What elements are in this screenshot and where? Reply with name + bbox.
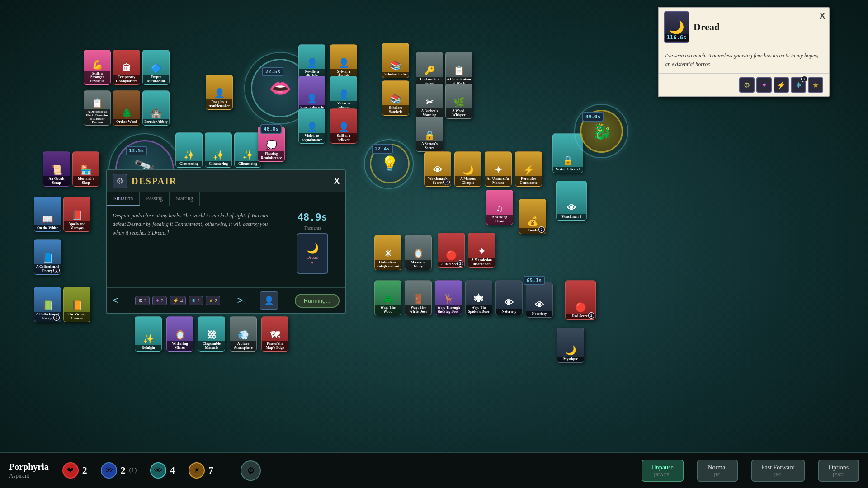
card-sexton-big[interactable]: 🔒 Sexton > Secret xyxy=(552,133,583,173)
funds-stat: ☀ 7 xyxy=(189,462,213,479)
dread-tooltip-title: Dread xyxy=(693,21,720,33)
resource-lightning-count: 4 xyxy=(180,298,183,303)
card-way-stag-door[interactable]: 🦌 Way: Through the Stag Door xyxy=(435,280,462,315)
dread-card-timer: 116.6s xyxy=(665,34,689,41)
card-on-the-white[interactable]: 📖 On the White xyxy=(34,197,61,232)
card-sylvia[interactable]: 👤 Sylvia, a disciple xyxy=(330,44,357,80)
dread-icon-passion-symbol: ✦ xyxy=(761,81,767,89)
card-bitter-atmosphere[interactable]: 💨 A bitter Atmosphere xyxy=(230,316,257,352)
card-megalesian[interactable]: ✦ A Megalesian Incantation xyxy=(468,233,495,268)
card-scholar-latin[interactable]: 📚 Scholar: Latin xyxy=(382,43,409,78)
resource-lightning: ⚡ 4 xyxy=(170,296,186,305)
card-occult-scrap[interactable]: 📜 An Occult Scrap xyxy=(43,151,70,187)
card-way-wood[interactable]: 🌲 Way: The Wood xyxy=(374,280,401,315)
despair-dialog: ⚙ DESPAIR X Situation Passing Starting D… xyxy=(106,169,346,314)
dread-tooltip-header: 🌙 116.6s Dread X xyxy=(659,8,829,47)
card-watchmans-secret[interactable]: 👁 Watchman's Secret 2 xyxy=(424,151,451,187)
card-watchman6[interactable]: 👁 Watchman 6 xyxy=(556,181,587,221)
despair-portrait-slot: 👤 xyxy=(260,291,278,310)
card-scholar-sanskrit[interactable]: 📚 Scholar: Sanskrit xyxy=(382,80,409,116)
despair-card-label: Dread xyxy=(307,254,319,260)
unpause-button[interactable]: Unpause [SPACE] xyxy=(642,460,684,482)
dread-tooltip: 🌙 116.6s Dread X I've seen too much. A n… xyxy=(658,7,830,97)
card-wood-whisper[interactable]: 🌿 A Wood-Whisper xyxy=(445,84,472,119)
reason-value: 4 xyxy=(170,465,175,476)
despair-body: Despair pads close at my heels. The worl… xyxy=(107,206,345,287)
fast-forward-button[interactable]: Fast Forward [M] xyxy=(751,460,805,482)
card-clagsamble[interactable]: ⛓ Clagsamble Manacle xyxy=(198,316,225,352)
despair-resources: ⚙ 2 ✦ 2 ⚡ 4 ❄ 2 ★ 2 xyxy=(135,296,221,305)
despair-next-button[interactable]: > xyxy=(237,295,243,306)
card-notoriety-1[interactable]: 👁 Notoriety xyxy=(495,280,523,315)
tab-situation[interactable]: Situation xyxy=(107,192,140,206)
card-mansus-glimpse[interactable]: 🌙 A Mansus Glimpse xyxy=(454,151,481,187)
card-withering-mirror[interactable]: 🪞 Withering Mirror xyxy=(166,316,193,352)
card-complication[interactable]: 📋 A Complication of Work xyxy=(445,52,472,87)
player-title: Aspirant xyxy=(9,472,49,479)
timer-verb-2: 13.5s xyxy=(126,146,147,155)
card-mystique[interactable]: 🌙 Mystique xyxy=(557,328,584,363)
card-difficulty[interactable]: 📋 A Difficulty at Work: Demotion to a Ju… xyxy=(84,90,111,126)
card-glimmering-1[interactable]: ✨ Glimmering xyxy=(175,132,203,168)
card-poetry[interactable]: 📘 A Collection of Poetry 2 xyxy=(34,239,61,275)
dread-tooltip-body: I've seen too much. A nameless gnawing f… xyxy=(659,47,829,73)
card-red-secret-big[interactable]: 🔴 Red Secret 2 xyxy=(565,280,596,320)
normal-button[interactable]: Normal [N] xyxy=(697,460,738,482)
card-unmerciful-mantra[interactable]: ✦ An Unmerciful Mantra xyxy=(485,151,512,187)
card-mirror-glory[interactable]: 🪞 Mirror of Glory xyxy=(405,235,432,270)
despair-prev-button[interactable]: < xyxy=(113,295,118,306)
player-name: Porphyria xyxy=(9,462,49,472)
card-way-spider[interactable]: 🕷 Way: The Spider's Door xyxy=(465,280,492,315)
despair-timer: 48.9s xyxy=(297,211,327,223)
card-sextons-secret[interactable]: 🔒 A Sexton's Secret xyxy=(416,117,443,152)
resource-passion-count: 2 xyxy=(161,298,164,303)
dread-close-button[interactable]: X xyxy=(820,11,825,21)
card-refulgin[interactable]: ✨ Refulgin xyxy=(135,316,162,352)
card-waking-chant[interactable]: ♫ A Waking Chant xyxy=(486,190,513,225)
dread-icon-star-symbol: ★ xyxy=(812,81,819,89)
passion-value: 2 xyxy=(121,465,126,476)
despair-close-button[interactable]: X xyxy=(334,177,340,186)
card-rose[interactable]: 👤 Rose, a disciple xyxy=(298,76,326,111)
red-secret-count: 2 xyxy=(457,260,463,267)
dread-icon-ice: ❄ 2 xyxy=(791,77,806,93)
despair-slot-card[interactable]: 🌙 Dread ● xyxy=(297,233,328,274)
card-orthos-wood[interactable]: 🌲 Orthos Wood xyxy=(113,90,140,126)
card-saliba[interactable]: 👤 Saliba, a believer xyxy=(330,108,357,144)
card-way-white-door[interactable]: 🚪 Way: The White Door xyxy=(405,280,432,315)
options-button[interactable]: Options [ESC] xyxy=(818,460,859,482)
card-dedication[interactable]: ☀ Dedication: Enlightenment xyxy=(374,235,401,270)
poetry-count: 2 xyxy=(53,267,60,273)
card-douglas[interactable]: 👤 Douglas, a troublemaker xyxy=(206,75,233,110)
card-victory-crowns[interactable]: 📙 The Victory Crowns xyxy=(63,287,90,322)
card-fermier-abbey[interactable]: 🏰 Fermier Abbey xyxy=(142,90,170,126)
card-fate-maps-edge[interactable]: 🗺 Fate of the Map's Edge xyxy=(261,316,288,352)
card-locksmiths[interactable]: 🔑 Locksmith's Secret xyxy=(416,52,443,87)
tab-starting[interactable]: Starting xyxy=(170,192,200,206)
tab-passing[interactable]: Passing xyxy=(140,192,170,206)
dread-icon-gear: ⚙ xyxy=(739,77,755,93)
status-bar: Porphyria Aspirant ❤ 2 👁 2 (1) 👁 4 ☀ 7 ⚙… xyxy=(0,452,868,488)
card-funds[interactable]: 💰 Funds 2 xyxy=(519,199,546,234)
despair-tabs: Situation Passing Starting xyxy=(107,192,345,206)
card-formulae[interactable]: ⚡ Formulae Concursate xyxy=(515,151,542,187)
card-victor[interactable]: 👤 Victor, a believer xyxy=(330,76,357,111)
card-glimmering-3[interactable]: ✨ Glimmering xyxy=(234,132,261,168)
card-essays[interactable]: 📗 A Collection of Essays 2 xyxy=(34,287,61,322)
card-apollo-marsyas[interactable]: 📕 Apollo and Marsyas xyxy=(63,197,90,232)
reason-stat: 👁 4 xyxy=(150,462,175,479)
card-temp-hq[interactable]: 🏛 Temporary Headquarters xyxy=(113,50,140,85)
card-empty-mithraeum[interactable]: 🔷 Empty Mithraeum xyxy=(142,50,170,85)
card-skill-physique[interactable]: 💪 Skill: a Stronger Physique xyxy=(84,50,111,85)
notoriety-timer-group: 65.1s xyxy=(524,276,545,285)
card-glimmering-2[interactable]: ✨ Glimmering xyxy=(205,132,232,168)
card-morlands-shop[interactable]: 🏪 Morland's Shop xyxy=(72,151,99,187)
resource-ice-icon: ❄ xyxy=(192,298,196,304)
card-notoriety-2[interactable]: 👁 Notoriety xyxy=(526,282,553,318)
card-red-secret[interactable]: 🔴 A Red Secret 2 xyxy=(438,233,465,268)
card-violet[interactable]: 👤 Violet, an acquaintance xyxy=(298,108,326,144)
card-neville[interactable]: 👤 Neville, a disciple xyxy=(298,44,326,80)
despair-running-button[interactable]: Running... xyxy=(295,294,340,308)
card-barbers[interactable]: ✂ A Barber's Warning xyxy=(416,84,443,119)
resource-star: ★ 2 xyxy=(206,296,221,305)
